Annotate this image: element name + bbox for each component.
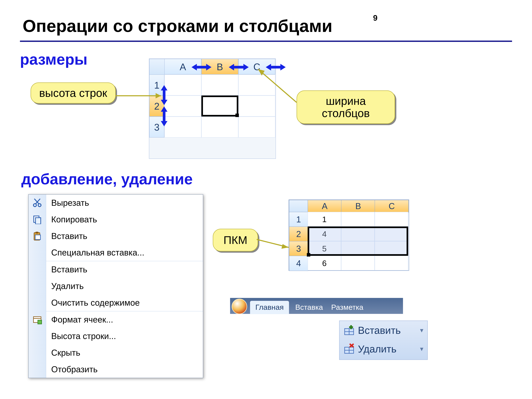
- active-cell-b2[interactable]: [201, 95, 238, 116]
- grid-select-all[interactable]: [149, 59, 165, 75]
- section-sizes-heading: размеры: [20, 51, 87, 68]
- cell[interactable]: [341, 256, 375, 270]
- delete-cells-icon: [343, 343, 355, 355]
- resize-col-arrow-icon: [191, 63, 211, 71]
- menu-paste-special[interactable]: Специальная вставка...: [29, 244, 203, 261]
- menu-paste-special-label: Специальная вставка...: [51, 248, 144, 257]
- cell[interactable]: [165, 116, 201, 138]
- resize-col-arrow-icon: [266, 63, 286, 71]
- menu-insert-label: Вставить: [51, 265, 87, 274]
- menu-hide-label: Скрыть: [51, 348, 80, 357]
- ribbon-tabs: Главная Вставка Разметка страницы: [230, 298, 403, 314]
- cell[interactable]: [341, 227, 375, 241]
- col-header-a[interactable]: A: [308, 200, 342, 212]
- cell[interactable]: [375, 241, 408, 256]
- callout-row-height: высота строк: [31, 82, 116, 103]
- svg-rect-14: [36, 218, 41, 224]
- menu-copy[interactable]: Копировать: [29, 211, 203, 228]
- svg-marker-22: [281, 244, 289, 249]
- menu-unhide-label: Отобразить: [51, 365, 98, 374]
- cell[interactable]: [201, 116, 238, 138]
- insert-cells-button[interactable]: Вставить ▾: [340, 321, 427, 340]
- menu-format-cells[interactable]: Формат ячеек...: [29, 311, 203, 328]
- tab-home[interactable]: Главная: [250, 301, 289, 314]
- cell[interactable]: [201, 75, 238, 95]
- menu-insert[interactable]: Вставить: [29, 261, 203, 278]
- cell-a1[interactable]: 1: [308, 212, 341, 227]
- office-button[interactable]: [232, 299, 247, 314]
- menu-cut[interactable]: Вырезать: [29, 195, 203, 211]
- menu-clear[interactable]: Очистить содержимое: [29, 294, 203, 311]
- menu-hide[interactable]: Скрыть: [29, 344, 203, 361]
- tab-insert[interactable]: Вставка: [290, 301, 328, 314]
- menu-format-cells-label: Формат ячеек...: [51, 315, 113, 324]
- cell[interactable]: [238, 75, 275, 95]
- resize-col-arrow-icon: [229, 63, 249, 71]
- menu-delete[interactable]: Удалить: [29, 278, 203, 294]
- menu-paste[interactable]: Вставить: [29, 228, 203, 244]
- cell[interactable]: [375, 256, 408, 270]
- svg-rect-20: [38, 320, 42, 324]
- cells-group: Вставить ▾ Удалить ▾: [339, 321, 428, 360]
- chevron-down-icon: ▾: [420, 345, 423, 353]
- svg-marker-0: [191, 64, 211, 70]
- mini-table-figure: A B C 1 2 3 4 1 4 5 6: [289, 200, 409, 271]
- tab-page-layout[interactable]: Разметка страницы: [326, 301, 403, 314]
- resize-row-arrow-icon: [160, 106, 168, 126]
- title-underline: [20, 41, 512, 42]
- cell[interactable]: [238, 95, 275, 116]
- menu-copy-label: Копировать: [51, 215, 97, 224]
- cut-icon: [32, 198, 42, 208]
- insert-cells-label: Вставить: [358, 324, 401, 336]
- page-title: Операции со строками и столбцами: [23, 16, 332, 36]
- svg-marker-3: [161, 85, 167, 105]
- grid-select-all[interactable]: [289, 200, 308, 212]
- svg-line-21: [257, 239, 289, 247]
- cell[interactable]: [238, 116, 275, 138]
- cell[interactable]: [341, 212, 375, 227]
- copy-icon: [32, 215, 42, 224]
- menu-delete-label: Удалить: [51, 281, 84, 291]
- row-header-1[interactable]: 1: [289, 212, 308, 227]
- col-header-c[interactable]: C: [375, 200, 409, 212]
- svg-marker-4: [161, 106, 167, 126]
- row-header-4[interactable]: 4: [289, 256, 308, 271]
- menu-row-height[interactable]: Высота строки...: [29, 328, 203, 344]
- cell[interactable]: [165, 75, 201, 95]
- page-number: 9: [373, 13, 377, 22]
- callout-col-width: ширина столбцов: [297, 90, 395, 124]
- svg-rect-16: [36, 232, 38, 234]
- cell-a4[interactable]: 6: [308, 256, 341, 270]
- svg-marker-1: [229, 64, 249, 70]
- insert-cells-icon: [343, 325, 355, 336]
- format-cells-icon: [32, 315, 42, 324]
- chevron-down-icon: ▾: [420, 326, 423, 334]
- delete-cells-button[interactable]: Удалить ▾: [340, 340, 427, 358]
- cell[interactable]: [375, 227, 408, 241]
- row-header-3[interactable]: 3: [289, 241, 308, 256]
- cell-a2[interactable]: 4: [308, 227, 341, 241]
- context-menu: Вырезать Копировать Вставить Специальная…: [28, 194, 203, 378]
- cell[interactable]: [341, 241, 375, 256]
- section-add-delete-heading: добавление, удаление: [21, 170, 193, 188]
- row-header-2[interactable]: 2: [289, 227, 308, 242]
- delete-cells-label: Удалить: [358, 343, 396, 355]
- menu-row-height-label: Высота строки...: [51, 331, 116, 341]
- svg-marker-2: [266, 64, 286, 70]
- menu-clear-label: Очистить содержимое: [51, 298, 140, 308]
- cell[interactable]: [375, 212, 408, 227]
- svg-rect-27: [349, 326, 353, 328]
- paste-icon: [32, 231, 42, 241]
- cell-a3[interactable]: 5: [308, 241, 341, 256]
- menu-paste-label: Вставить: [51, 231, 87, 241]
- resize-row-arrow-icon: [160, 85, 168, 105]
- menu-cut-label: Вырезать: [51, 198, 89, 208]
- svg-rect-17: [35, 235, 40, 240]
- col-header-b[interactable]: B: [341, 200, 375, 212]
- callout-rmb: ПКМ: [213, 229, 258, 251]
- cell[interactable]: [165, 95, 201, 116]
- menu-unhide[interactable]: Отобразить: [29, 361, 203, 378]
